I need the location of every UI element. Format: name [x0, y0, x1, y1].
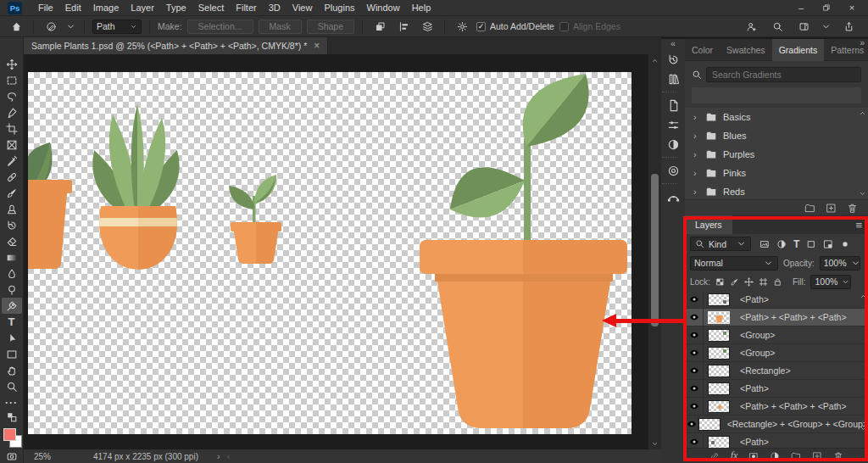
spot-healing-tool[interactable] — [2, 169, 22, 185]
lock-all-icon[interactable] — [773, 277, 782, 287]
menu-layer[interactable]: Layer — [125, 1, 160, 14]
pen-options-gear-icon[interactable] — [453, 18, 471, 35]
layer-visibility-cell[interactable] — [685, 291, 704, 309]
scroll-down-icon[interactable] — [651, 438, 659, 449]
make-selection-button[interactable]: Selection... — [187, 20, 253, 34]
foreground-color-swatch[interactable] — [3, 428, 16, 441]
lock-position-icon[interactable] — [744, 277, 754, 287]
home-button[interactable] — [7, 18, 25, 35]
zoom-level[interactable]: 25% — [34, 452, 68, 461]
chevron-right-icon[interactable]: › — [693, 187, 699, 197]
blur-tool[interactable] — [2, 265, 22, 282]
tab-color[interactable]: Color — [685, 39, 720, 61]
gradient-list-scrollbar[interactable] — [857, 108, 868, 199]
path-operations-icon[interactable] — [370, 18, 389, 35]
adjustments-panel-icon[interactable] — [662, 115, 684, 134]
canvas-vertical-scrollbar[interactable] — [648, 54, 661, 449]
layer-row[interactable]: <Path> — [685, 291, 868, 309]
blend-mode-select[interactable]: Normal — [690, 256, 778, 271]
move-tool[interactable] — [2, 56, 22, 72]
rectangle-tool[interactable] — [2, 346, 22, 362]
layer-thumbnail[interactable] — [708, 293, 730, 306]
chevron-right-icon[interactable]: › — [693, 168, 699, 178]
layer-visibility-cell[interactable] — [685, 416, 698, 433]
restore-button[interactable] — [815, 1, 837, 15]
new-layer-icon[interactable] — [812, 451, 822, 461]
layer-thumbnail[interactable] — [708, 400, 730, 413]
scroll-up-icon[interactable] — [860, 293, 867, 300]
libraries-panel-icon[interactable] — [662, 70, 684, 88]
gradient-tool[interactable] — [2, 249, 22, 265]
scroll-down-icon[interactable] — [860, 425, 867, 432]
tab-layers[interactable]: Layers — [685, 215, 732, 234]
layer-row[interactable]: <Path> + <Path> + <Path> — [685, 309, 868, 326]
lock-transparency-icon[interactable] — [715, 277, 725, 287]
clone-stamp-tool[interactable] — [2, 201, 22, 217]
menu-edit[interactable]: Edit — [59, 1, 87, 14]
make-mask-button[interactable]: Mask — [259, 20, 302, 34]
auto-add-delete-checkbox[interactable]: ✓ Auto Add/Delete — [476, 21, 554, 31]
chevron-right-icon[interactable]: › — [693, 149, 699, 159]
new-gradient-icon[interactable] — [826, 203, 837, 214]
gradient-group-pinks[interactable]: ›Pinks — [685, 164, 868, 182]
color-fill-panel-icon[interactable] — [662, 135, 684, 153]
menu-view[interactable]: View — [287, 1, 319, 14]
layer-visibility-cell[interactable] — [685, 398, 704, 416]
marquee-tool[interactable] — [2, 72, 22, 88]
filter-pixel-icon[interactable] — [760, 239, 770, 249]
status-chevron-icon[interactable]: › — [217, 451, 220, 461]
dodge-tool[interactable] — [2, 282, 22, 298]
checkbox-checked-icon[interactable]: ✓ — [476, 22, 486, 31]
quick-selection-tool[interactable] — [2, 104, 22, 120]
properties-panel-icon[interactable] — [662, 96, 684, 114]
add-mask-icon[interactable] — [748, 451, 759, 461]
menu-3d[interactable]: 3D — [263, 1, 287, 14]
layer-row[interactable]: <Group> — [685, 344, 868, 362]
lock-pixels-icon[interactable] — [730, 277, 739, 287]
search-icon[interactable] — [768, 18, 787, 35]
layer-visibility-cell[interactable] — [685, 326, 704, 344]
menu-window[interactable]: Window — [361, 1, 406, 14]
filter-kind-select[interactable]: Kind — [690, 237, 751, 251]
checkbox-empty-icon[interactable] — [559, 22, 569, 31]
collapse-panels-icon[interactable]: « — [670, 39, 676, 49]
brush-tool[interactable] — [2, 185, 22, 201]
workspace-chevron-icon[interactable] — [821, 21, 832, 32]
filter-type-icon[interactable]: T — [793, 239, 799, 249]
layer-row[interactable]: <Rectangle> + <Group> + <Group> — [685, 416, 868, 433]
history-brush-tool[interactable] — [2, 217, 22, 233]
layer-thumbnail[interactable] — [708, 347, 730, 360]
panel-menu-icon[interactable]: ≡ — [855, 219, 868, 232]
layer-thumbnail[interactable] — [708, 365, 730, 377]
chevron-right-icon[interactable]: › — [693, 112, 699, 122]
edit-toolbar-tool[interactable]: ··· — [2, 394, 22, 410]
layer-visibility-cell[interactable] — [685, 362, 704, 380]
crop-tool[interactable] — [2, 120, 22, 137]
filter-shape-icon[interactable] — [806, 239, 816, 249]
path-selection-tool[interactable] — [2, 330, 22, 346]
new-group-folder-icon[interactable] — [791, 451, 801, 461]
menu-help[interactable]: Help — [406, 1, 437, 14]
gradient-group-purples[interactable]: ›Purples — [685, 145, 868, 164]
delete-layer-icon[interactable] — [833, 451, 843, 461]
tab-gradients[interactable]: Gradients — [772, 39, 825, 61]
zoom-tool[interactable] — [2, 378, 22, 394]
menu-image[interactable]: Image — [87, 1, 125, 14]
menu-type[interactable]: Type — [160, 1, 192, 14]
tool-mode-select[interactable]: Path — [92, 20, 142, 34]
eyedropper-tool[interactable] — [2, 153, 22, 169]
menu-filter[interactable]: Filter — [230, 1, 262, 14]
pen-tool[interactable] — [2, 298, 22, 314]
lasso-tool[interactable] — [2, 88, 22, 104]
scroll-down-icon[interactable] — [859, 190, 866, 198]
scroll-up-icon[interactable] — [859, 109, 866, 117]
delete-icon[interactable] — [847, 203, 858, 214]
eraser-tool[interactable] — [2, 233, 22, 249]
menu-select[interactable]: Select — [192, 1, 231, 14]
share-icon[interactable] — [839, 18, 858, 35]
chevron-right-icon[interactable]: › — [693, 131, 699, 141]
menu-file[interactable]: File — [32, 1, 59, 14]
layer-visibility-cell[interactable] — [685, 380, 704, 398]
canvas-pasteboard[interactable] — [24, 54, 648, 449]
search-input[interactable] — [706, 67, 861, 82]
